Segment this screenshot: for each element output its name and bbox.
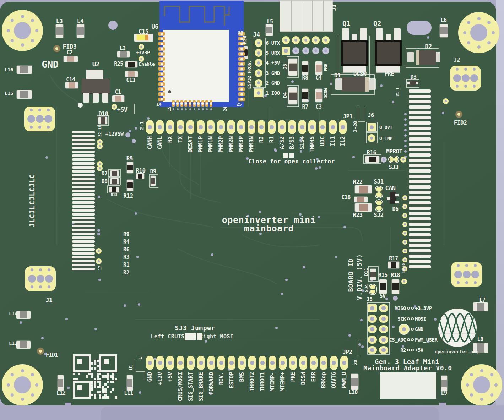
silkscreen-frame [368, 267, 378, 282]
silkscreen-frame [150, 174, 158, 187]
silkscreen-frame [97, 116, 109, 125]
silkscreen-frame [331, 75, 374, 95]
silkscreen-frame [364, 155, 381, 164]
silkscreen-frame [406, 79, 419, 87]
silkscreen-frame [109, 169, 120, 177]
pcb-render: CANHCANLRXTXDESATPWM1PPWM1NPWM2PPWM2NPWM… [0, 0, 504, 420]
silkscreen-frame [406, 48, 439, 67]
silkscreen-frame [287, 56, 299, 77]
silkscreen-frame [109, 178, 120, 185]
silkscreen-frame [368, 302, 390, 354]
silkscreen-frame [366, 122, 377, 132]
silkscreen-frame [254, 88, 264, 98]
silkscreen-outlines [0, 0, 504, 420]
silkscreen-bracket [358, 340, 365, 356]
silkscreen-frame [287, 86, 299, 107]
silkscreen-frame [108, 186, 120, 193]
silkscreen-frame [253, 38, 265, 88]
silkscreen-frame [366, 132, 377, 143]
silkscreen-bracket [136, 371, 145, 380]
openinverter-logo [436, 306, 479, 349]
